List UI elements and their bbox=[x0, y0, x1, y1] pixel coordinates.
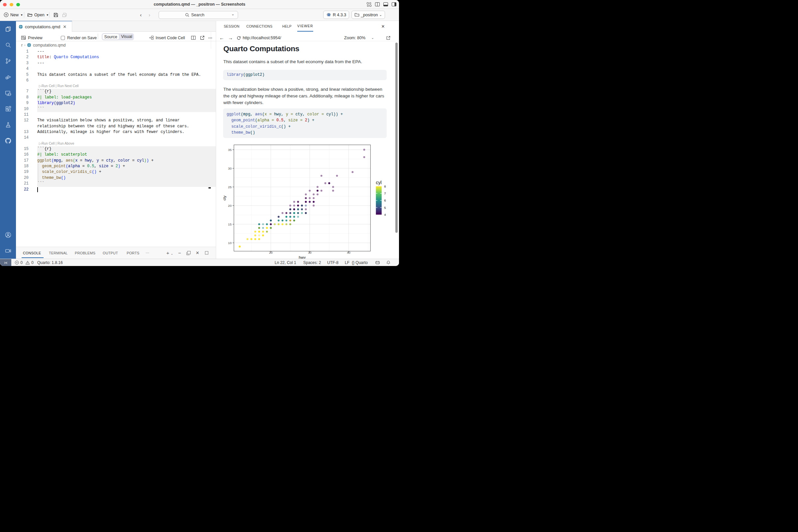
svg-text:30: 30 bbox=[228, 167, 232, 170]
svg-text:8: 8 bbox=[384, 185, 386, 188]
svg-text:5: 5 bbox=[384, 206, 386, 209]
svg-text:25: 25 bbox=[228, 185, 232, 189]
svg-text:cty: cty bbox=[222, 195, 226, 201]
svg-text:R: R bbox=[327, 13, 330, 17]
svg-text:hwy: hwy bbox=[299, 255, 306, 259]
svg-text:40: 40 bbox=[347, 251, 350, 254]
svg-text:15: 15 bbox=[228, 223, 232, 226]
svg-text:20: 20 bbox=[269, 251, 273, 254]
svg-text:35: 35 bbox=[228, 148, 232, 152]
svg-text:cyl: cyl bbox=[376, 180, 382, 185]
svg-text:10: 10 bbox=[228, 241, 232, 245]
svg-text:6: 6 bbox=[384, 198, 386, 202]
svg-text:4: 4 bbox=[384, 213, 386, 216]
svg-text:7: 7 bbox=[384, 191, 386, 195]
svg-text:30: 30 bbox=[308, 251, 311, 254]
svg-text:20: 20 bbox=[228, 204, 232, 208]
